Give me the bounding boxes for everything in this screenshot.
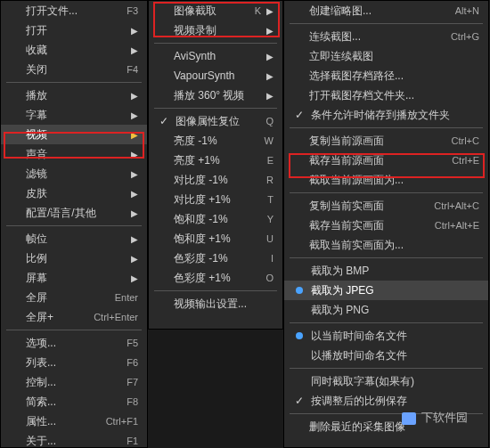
menu-item-label: 立即连续截图 [309, 49, 373, 64]
menu-item-shortcut: F4 [127, 64, 138, 75]
main-menu-item-23[interactable]: 属性...Ctrl+F1 [1, 411, 147, 431]
capture-menu-item-4[interactable]: 选择截图存档路径... [284, 66, 488, 86]
menu-item-label: AviSynth [174, 50, 216, 62]
capture-menu-item-23[interactable]: 同时截取字幕(如果有) [284, 371, 488, 391]
menu-item-label: 图像截取 [174, 4, 216, 19]
main-menu-item-1[interactable]: 打开▶ [1, 20, 147, 40]
capture-menu-item-9[interactable]: 截存当前源画面Ctrl+E [284, 151, 488, 170]
check-icon: ✓ [291, 109, 307, 121]
main-menu-item-2[interactable]: 收藏▶ [1, 40, 147, 60]
main-menu-item-7[interactable]: 视频▶ [1, 125, 147, 144]
menu-item-label: 截取为 BMP [311, 264, 369, 279]
capture-menu-item-5[interactable]: 打开截图存档文件夹... [284, 86, 488, 105]
menu-item-label: 播放 [26, 88, 47, 103]
video-menu-item-3[interactable]: AviSynth▶ [149, 46, 282, 66]
video-menu-item-10[interactable]: 对比度 -1%R [149, 170, 282, 190]
main-menu-item-5[interactable]: 播放▶ [1, 86, 147, 105]
main-menu-item-3[interactable]: 关闭F4 [1, 60, 147, 79]
menu-item-shortcut: F6 [127, 357, 138, 368]
main-menu-item-19[interactable]: 选项...F5 [1, 333, 147, 353]
video-menu-item-14[interactable]: 色彩度 -1%I [149, 248, 282, 268]
menu-item-label: 滤镜 [26, 167, 47, 182]
main-menu-item-13[interactable]: 帧位▶ [1, 229, 147, 248]
capture-menu-item-13[interactable]: 截存当前实画面Ctrl+Alt+E [284, 216, 488, 235]
capture-menu-item-20[interactable]: 以当前时间命名文件 [284, 326, 488, 346]
capture-menu-item-18[interactable]: 截取为 PNG [284, 300, 488, 320]
check-icon: ✓ [291, 395, 307, 407]
capture-menu-item-2[interactable]: 连续截图...Ctrl+G [284, 27, 488, 46]
video-menu-item-5[interactable]: 播放 360° 视频▶ [149, 86, 282, 105]
video-menu-item-4[interactable]: VapourSynth▶ [149, 66, 282, 86]
capture-menu-item-12[interactable]: 复制当前实画面Ctrl+Alt+C [284, 196, 488, 216]
capture-menu-item-17[interactable]: 截取为 JPEG [284, 281, 488, 300]
capture-menu-item-21[interactable]: 以播放时间命名文件 [284, 346, 488, 365]
menu-item-shortcut: W [265, 135, 274, 146]
menu-item-label: 控制... [26, 375, 56, 390]
menu-item-label: 声音 [26, 147, 47, 162]
main-menu-item-17[interactable]: 全屏+Ctrl+Enter [1, 307, 147, 327]
video-menu-item-13[interactable]: 饱和度 +1%U [149, 229, 282, 248]
video-menu-item-15[interactable]: 色彩度 +1%O [149, 268, 282, 288]
menu-item-label: 亮度 +1% [174, 153, 220, 168]
main-menu-item-15[interactable]: 屏幕▶ [1, 268, 147, 288]
main-menu-item-20[interactable]: 列表...F6 [1, 353, 147, 372]
radio-icon [291, 332, 307, 339]
capture-menu-item-8[interactable]: 复制当前源画面Ctrl+C [284, 131, 488, 151]
menu-item-label: 比例 [26, 251, 47, 266]
menu-item-shortcut: Ctrl+G [451, 31, 479, 42]
capture-menu-item-16[interactable]: 截取为 BMP [284, 261, 488, 281]
menu-item-shortcut: Ctrl+Alt+E [435, 220, 479, 231]
video-menu-item-8[interactable]: 亮度 -1%W [149, 131, 282, 151]
menu-item-shortcut: O [265, 273, 274, 283]
capture-menu-item-24[interactable]: ✓按调整后的比例保存 [284, 391, 488, 411]
main-menu-item-6[interactable]: 字幕▶ [1, 105, 147, 125]
capture-menu-item-6[interactable]: ✓条件允许时储存到播放文件夹 [284, 105, 488, 125]
chevron-right-icon: ▶ [266, 71, 274, 81]
main-menu-item-10[interactable]: 皮肤▶ [1, 183, 147, 203]
video-menu-item-9[interactable]: 亮度 +1%E [149, 151, 282, 170]
video-menu-item-12[interactable]: 饱和度 -1%Y [149, 209, 282, 229]
capture-menu-item-26[interactable]: 删除最近的采集图像 [284, 417, 488, 436]
main-menu-item-16[interactable]: 全屏Enter [1, 288, 147, 307]
menu-item-label: 全屏 [26, 290, 47, 305]
menu-item-label: 图像属性复位 [176, 114, 240, 129]
capture-menu-item-0[interactable]: 创建缩略图...Alt+N [284, 1, 488, 20]
chevron-right-icon: ▶ [131, 130, 138, 140]
video-menu-item-17[interactable]: 视频输出设置... [149, 294, 282, 314]
menu-item-label: 视频输出设置... [174, 297, 247, 312]
chevron-right-icon: ▶ [131, 150, 138, 159]
menu-item-shortcut: I [271, 253, 274, 264]
capture-menu-item-3[interactable]: 立即连续截图 [284, 46, 488, 66]
main-menu-item-11[interactable]: 配置/语言/其他▶ [1, 203, 147, 223]
menu-item-label: 打开文件... [26, 4, 78, 19]
video-submenu: 图像截取K▶视频录制▶AviSynth▶VapourSynth▶播放 360° … [148, 0, 283, 330]
menu-item-label: 色彩度 +1% [174, 271, 231, 286]
menu-separator [154, 108, 277, 109]
menu-item-label: 创建缩略图... [309, 4, 372, 19]
menu-item-label: 截存当前源画面 [309, 153, 384, 168]
menu-separator [290, 23, 483, 24]
main-menu-item-22[interactable]: 简索...F8 [1, 392, 147, 411]
main-menu-item-24[interactable]: 关于...F1 [1, 431, 147, 448]
main-menu-item-21[interactable]: 控制...F7 [1, 372, 147, 392]
video-menu-item-0[interactable]: 图像截取K▶ [149, 1, 282, 20]
main-menu-item-0[interactable]: 打开文件...F3 [1, 1, 147, 20]
video-menu-item-11[interactable]: 对比度 +1%T [149, 190, 282, 209]
main-menu-item-14[interactable]: 比例▶ [1, 248, 147, 268]
radio-icon [291, 287, 307, 294]
menu-item-label: 视频 [26, 127, 47, 143]
video-menu-item-1[interactable]: 视频录制▶ [149, 20, 282, 40]
menu-item-label: 截取为 PNG [311, 303, 369, 318]
menu-item-label: 复制当前源画面 [309, 134, 384, 149]
video-menu-item-7[interactable]: ✓图像属性复位Q [149, 111, 282, 131]
chevron-right-icon: ▶ [131, 234, 138, 244]
menu-item-shortcut: Enter [115, 292, 138, 303]
main-menu-item-8[interactable]: 声音▶ [1, 144, 147, 164]
menu-item-label: 截取为 JPEG [311, 283, 374, 298]
chevron-right-icon: ▶ [131, 208, 138, 218]
main-menu-item-9[interactable]: 滤镜▶ [1, 164, 147, 183]
chevron-right-icon: ▶ [131, 273, 138, 283]
capture-menu-item-14[interactable]: 截取当前实画面为... [284, 235, 488, 255]
chevron-right-icon: ▶ [131, 45, 138, 55]
capture-menu-item-10[interactable]: 截取当前源画面为... [284, 170, 488, 190]
